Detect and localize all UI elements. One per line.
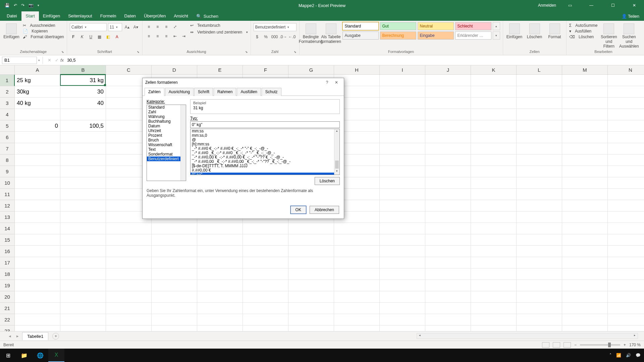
gallery-up-icon[interactable]: ▴ (493, 22, 500, 30)
cell[interactable]: 40 (60, 98, 106, 109)
cancel-button[interactable]: Abbrechen (310, 206, 339, 214)
column-header[interactable]: E (197, 65, 243, 75)
conditional-formatting-button[interactable]: Bedingte Formatierung (302, 22, 320, 44)
cell[interactable] (608, 291, 644, 303)
cell[interactable] (152, 325, 197, 331)
row-header[interactable]: 16 (0, 246, 15, 257)
column-header[interactable]: B (60, 65, 106, 75)
cancel-edit-icon[interactable]: ✕ (46, 57, 53, 64)
cell[interactable] (608, 109, 644, 120)
cell[interactable] (380, 120, 425, 132)
tab-daten[interactable]: Daten (120, 11, 140, 21)
cell[interactable] (425, 155, 471, 166)
format-item[interactable]: _-* #.##0,00 €_-;-* #.##0,00 €_-;_-* "-"… (191, 155, 339, 160)
align-bottom-icon[interactable]: ≡ (163, 23, 170, 31)
cell[interactable] (425, 257, 471, 268)
cell[interactable] (517, 177, 562, 189)
autosum-button[interactable]: Σ AutoSumme (569, 23, 598, 28)
row-header[interactable]: 3 (0, 98, 15, 109)
decrease-decimal-icon[interactable]: ←.0 (288, 33, 296, 41)
share-button[interactable]: 👤 Teilen (617, 12, 644, 21)
cell[interactable] (106, 303, 152, 314)
cell[interactable] (425, 98, 471, 109)
cell[interactable] (380, 325, 425, 331)
cell[interactable] (152, 268, 197, 280)
tab-seitenlayout[interactable]: Seitenlayout (64, 11, 96, 21)
cell[interactable] (608, 246, 644, 257)
sort-filter-button[interactable]: Sortieren und Filtern (600, 22, 618, 49)
decrease-indent-icon[interactable]: ⇤ (171, 33, 179, 40)
cell[interactable] (197, 246, 243, 257)
cell[interactable] (60, 200, 106, 212)
cell[interactable] (15, 223, 60, 234)
cell[interactable] (380, 132, 425, 143)
cell[interactable] (517, 86, 562, 98)
cell[interactable] (288, 303, 334, 314)
cell[interactable] (288, 291, 334, 303)
cell[interactable] (380, 177, 425, 189)
cell[interactable] (288, 314, 334, 325)
cell[interactable] (288, 257, 334, 268)
cell[interactable] (60, 280, 106, 291)
column-header[interactable]: C (106, 65, 152, 75)
cell[interactable] (60, 109, 106, 120)
cell[interactable] (471, 200, 517, 212)
tab-einfügen[interactable]: Einfügen (39, 11, 64, 21)
cell[interactable] (380, 291, 425, 303)
close-icon[interactable]: ✕ (627, 3, 642, 8)
row-header[interactable]: 2 (0, 86, 15, 98)
cell[interactable] (15, 280, 60, 291)
dialog-tab[interactable]: Rahmen (214, 88, 236, 96)
add-sheet-button[interactable]: + (52, 333, 59, 340)
cell[interactable] (334, 314, 380, 325)
cell-style-option[interactable]: Erklärender … (455, 32, 491, 40)
cell-style-option[interactable]: Standard (342, 22, 379, 30)
font-size-combo[interactable]: 11▾ (108, 23, 122, 31)
cell[interactable] (425, 291, 471, 303)
cell[interactable] (152, 303, 197, 314)
dialog-launcher-icon[interactable]: ⬊ (137, 50, 140, 54)
cell[interactable] (106, 280, 152, 291)
save-icon[interactable]: 💾 (5, 3, 10, 8)
tray-chevron-icon[interactable]: ˄ (609, 353, 611, 358)
cell[interactable] (106, 257, 152, 268)
cell[interactable] (425, 234, 471, 246)
cell[interactable] (608, 212, 644, 223)
cell[interactable] (471, 109, 517, 120)
cell[interactable] (517, 246, 562, 257)
row-header[interactable]: 4 (0, 109, 15, 120)
cell[interactable] (60, 268, 106, 280)
cell[interactable] (243, 257, 288, 268)
align-center-icon[interactable]: ≡ (154, 33, 161, 40)
column-header[interactable]: D (152, 65, 197, 75)
cell[interactable] (380, 212, 425, 223)
cell[interactable] (152, 257, 197, 268)
cell-style-option[interactable]: Eingabe (418, 32, 454, 40)
cell[interactable] (15, 143, 60, 155)
cell[interactable] (562, 166, 608, 177)
cell[interactable] (425, 143, 471, 155)
category-item[interactable]: Sonderformat (147, 152, 186, 157)
insert-cells-button[interactable]: Einfügen (506, 22, 523, 40)
row-header[interactable]: 10 (0, 177, 15, 189)
cell[interactable] (608, 86, 644, 98)
format-item[interactable]: @ (191, 138, 339, 142)
cell[interactable] (60, 257, 106, 268)
cell[interactable] (608, 177, 644, 189)
cell[interactable] (380, 86, 425, 98)
cell[interactable] (60, 246, 106, 257)
dialog-launcher-icon[interactable]: ⬊ (245, 50, 248, 54)
cell[interactable] (608, 98, 644, 109)
cell[interactable] (517, 132, 562, 143)
cell[interactable] (517, 120, 562, 132)
increase-decimal-icon[interactable]: .0→ (280, 33, 287, 41)
cell[interactable] (517, 234, 562, 246)
cell[interactable] (15, 200, 60, 212)
paste-button[interactable]: Einfügen (3, 22, 20, 40)
cell[interactable] (15, 177, 60, 189)
cell[interactable] (15, 291, 60, 303)
cell[interactable] (380, 268, 425, 280)
cell[interactable] (425, 132, 471, 143)
format-item[interactable]: _-* #.##0 _€_-;-* #.##0 _€_-;_-* "-" _€_… (191, 151, 339, 155)
cell[interactable] (471, 268, 517, 280)
